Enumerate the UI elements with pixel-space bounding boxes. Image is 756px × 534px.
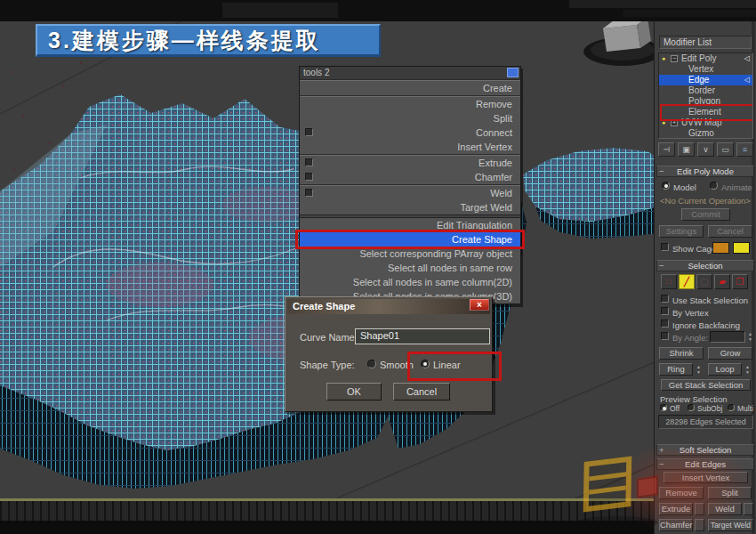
vertex-subobject-icon[interactable]: ∷	[661, 274, 677, 289]
split-button[interactable]: Split	[708, 487, 752, 499]
bulb-icon[interactable]: ●	[662, 54, 668, 62]
by-angle-label[interactable]: By Angle:	[672, 333, 708, 343]
rollout-soft-selection[interactable]: + Soft Selection	[656, 444, 754, 456]
stack-row-border[interactable]: Border	[659, 85, 752, 96]
settings-box-icon[interactable]	[305, 158, 313, 166]
menu-item-create[interactable]: Create	[300, 81, 520, 95]
menu-item-target-weld[interactable]: Target Weld	[300, 200, 520, 214]
stack-row-edit-poly[interactable]: ● − Edit Poly ◁	[659, 53, 752, 64]
show-cage-label[interactable]: Show Cage	[672, 244, 716, 254]
quad-menu-titlebar[interactable]: tools 2	[300, 67, 520, 79]
ignore-backfacing-label[interactable]: Ignore Backfacing	[672, 320, 740, 330]
preview-subobj-label[interactable]: SubObj	[697, 404, 722, 413]
settings-button[interactable]: Settings	[659, 225, 704, 238]
smooth-radio-label[interactable]: Smooth	[380, 360, 414, 370]
spinner-down-icon[interactable]: ▼	[695, 369, 703, 375]
by-angle-spinner[interactable]: ▲ ▼	[746, 331, 754, 342]
menu-item-split[interactable]: Split	[300, 111, 520, 125]
menu-item-select-same-row[interactable]: Select all nodes in same row	[300, 261, 520, 275]
commit-button[interactable]: Commit	[681, 208, 730, 221]
dialog-titlebar[interactable]: Create Shape	[287, 299, 490, 314]
rollout-selection[interactable]: − Selection	[656, 260, 754, 271]
extrude-button[interactable]: Extrude	[659, 503, 693, 515]
stack-row-edge[interactable]: Edge ◁	[659, 75, 752, 85]
chamfer-button[interactable]: Chamfer	[659, 519, 693, 531]
model-radio-label[interactable]: Model	[673, 182, 696, 192]
insert-vertex-button[interactable]: Insert Vertex	[664, 472, 748, 483]
epm-cancel-button[interactable]: Cancel	[708, 225, 752, 238]
by-vertex-label[interactable]: By Vertex	[672, 308, 709, 318]
configure-modifier-sets-icon[interactable]: ≡	[736, 142, 753, 157]
smooth-radio[interactable]	[367, 360, 376, 368]
stack-row-uvw-map[interactable]: ● + UVW Map	[659, 117, 752, 128]
polygon-subobject-icon[interactable]: ▰	[714, 274, 730, 289]
model-radio[interactable]	[662, 182, 670, 190]
menu-item-connect[interactable]: Connect	[300, 125, 520, 140]
spinner-down-icon[interactable]: ▼	[746, 336, 754, 342]
menu-item-insert-vertex[interactable]: Insert Vertex	[300, 140, 520, 154]
linear-radio-label[interactable]: Linear	[433, 360, 461, 370]
settings-box-icon[interactable]	[305, 189, 313, 197]
remove-modifier-icon[interactable]: ▭	[717, 142, 734, 157]
menu-item-edit-triangulation[interactable]: Edit Triangulation	[300, 218, 520, 232]
shrink-button[interactable]: Shrink	[659, 347, 704, 360]
weld-settings-icon[interactable]	[744, 503, 753, 515]
menu-item-weld[interactable]: Weld	[300, 186, 520, 200]
ok-button[interactable]: OK	[326, 383, 382, 400]
edge-subobject-icon[interactable]: ╱	[679, 274, 695, 289]
pin-stack-icon[interactable]: ⊣	[658, 142, 675, 157]
menu-item-extrude[interactable]: Extrude	[300, 156, 520, 170]
loop-button[interactable]: Loop	[708, 363, 742, 376]
menu-item-create-shape[interactable]: Create Shape	[300, 232, 520, 247]
use-stack-selection-checkbox[interactable]	[661, 295, 669, 303]
stack-row-vertex[interactable]: Vertex	[659, 64, 752, 75]
extrude-settings-icon[interactable]	[695, 503, 704, 515]
linear-radio[interactable]	[421, 360, 430, 368]
stack-row-element[interactable]: Element	[659, 107, 752, 117]
preview-off-radio[interactable]	[660, 404, 667, 411]
target-weld-button[interactable]: Target Weld	[708, 519, 753, 531]
show-end-result-icon[interactable]: ▣	[678, 142, 695, 157]
quad-menu-corner-icon[interactable]	[507, 68, 519, 77]
cancel-button[interactable]: Cancel	[393, 383, 450, 400]
by-vertex-checkbox[interactable]	[661, 307, 669, 315]
show-cage-checkbox[interactable]	[661, 243, 669, 251]
stack-row-gizmo[interactable]: Gizmo	[659, 128, 752, 139]
by-angle-checkbox[interactable]	[661, 332, 669, 340]
rollout-edit-poly-mode[interactable]: − Edit Poly Mode	[656, 166, 754, 177]
preview-multi-radio[interactable]	[728, 404, 735, 411]
weld-button[interactable]: Weld	[708, 503, 742, 515]
ring-spinner[interactable]: ▲ ▼	[695, 364, 703, 375]
make-unique-icon[interactable]: ∨	[697, 142, 714, 157]
track-bar[interactable]	[0, 501, 655, 521]
ignore-backfacing-checkbox[interactable]	[661, 320, 669, 328]
preview-off-label[interactable]: Off	[670, 404, 680, 413]
settings-box-icon[interactable]	[305, 128, 313, 136]
by-angle-field[interactable]	[710, 331, 745, 343]
remove-button[interactable]: Remove	[659, 487, 704, 499]
chamfer-settings-icon[interactable]	[695, 519, 704, 531]
ring-button[interactable]: Ring	[659, 363, 693, 376]
animate-radio-label[interactable]: Animate	[721, 182, 752, 192]
menu-item-remove[interactable]: Remove	[300, 97, 520, 111]
element-subobject-icon[interactable]: ❒	[732, 274, 748, 289]
get-stack-selection-button[interactable]: Get Stack Selection	[661, 379, 751, 391]
grow-button[interactable]: Grow	[708, 347, 752, 360]
spinner-down-icon[interactable]: ▼	[744, 369, 752, 375]
settings-box-icon[interactable]	[305, 173, 313, 181]
modifier-list-dropdown[interactable]: Modifier List	[659, 36, 752, 49]
loop-spinner[interactable]: ▲ ▼	[744, 364, 752, 375]
menu-item-select-parray[interactable]: Select corresponding PArray object	[300, 247, 520, 261]
menu-item-chamfer[interactable]: Chamfer	[300, 170, 520, 184]
curve-name-input[interactable]: Shape01	[355, 328, 490, 344]
expand-box-icon[interactable]: +	[671, 119, 678, 126]
preview-multi-label[interactable]: Multi	[737, 404, 753, 413]
border-subobject-icon[interactable]: ▢	[696, 274, 712, 289]
bulb-icon[interactable]: ●	[662, 118, 668, 126]
rollout-edit-edges[interactable]: − Edit Edges	[656, 458, 754, 470]
animate-radio[interactable]	[710, 182, 718, 190]
cage-selected-color-swatch[interactable]	[733, 242, 750, 254]
use-stack-selection-label[interactable]: Use Stack Selection	[672, 295, 748, 305]
close-icon[interactable]: ×	[470, 299, 489, 311]
preview-subobj-radio[interactable]	[688, 404, 695, 411]
